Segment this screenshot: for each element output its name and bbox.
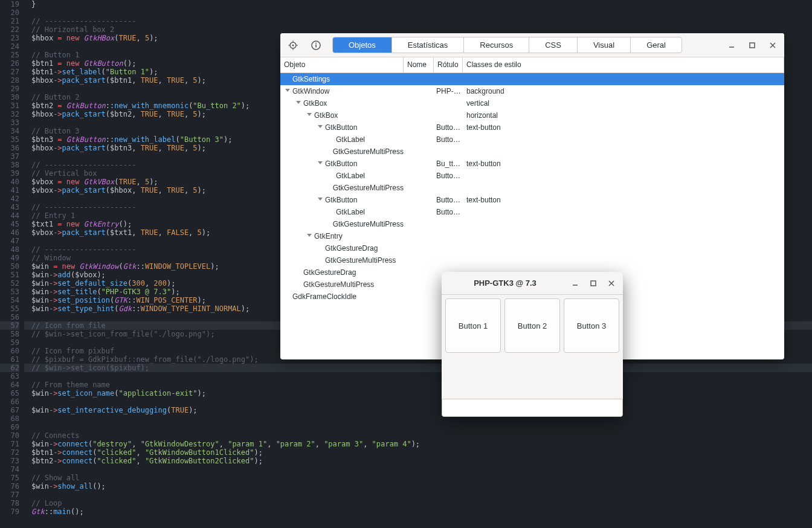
- tree-row[interactable]: GtkButtonButton 1text-button: [280, 121, 784, 134]
- inspector-tab-estatísticas[interactable]: Estatísticas: [392, 37, 464, 53]
- expander-icon[interactable]: [317, 160, 324, 167]
- svg-point-7: [315, 42, 317, 43]
- expander-icon[interactable]: [317, 196, 324, 204]
- close-icon[interactable]: [602, 275, 620, 292]
- maximize-icon[interactable]: [743, 37, 761, 54]
- inspector-columns: Objeto Nome Rótulo Classes de estilo: [280, 57, 784, 73]
- expander-icon: [327, 208, 335, 216]
- app-button-1[interactable]: Button 1: [445, 298, 501, 353]
- inspector-tab-geral[interactable]: Geral: [631, 37, 682, 53]
- column-nome[interactable]: Nome: [404, 57, 434, 72]
- info-icon[interactable]: [306, 37, 326, 54]
- tree-row[interactable]: GtkButtonButton 3text-button: [280, 194, 784, 206]
- expander-icon: [327, 221, 332, 228]
- minimize-icon[interactable]: [723, 37, 741, 54]
- tree-row[interactable]: GtkGestureMultiPress: [280, 254, 784, 266]
- expander-icon[interactable]: [306, 233, 313, 240]
- svg-rect-10: [750, 43, 755, 48]
- app-button-3[interactable]: Button 3: [564, 298, 619, 353]
- expander-icon[interactable]: [284, 88, 291, 95]
- inspector-header: ObjetosEstatísticasRecursosCSSVisualGera…: [280, 33, 784, 57]
- app-hbox: Button 1Button 2Button 3: [442, 295, 623, 356]
- close-icon[interactable]: [764, 37, 782, 54]
- tree-row[interactable]: GtkSettings: [280, 73, 784, 85]
- inspector-tab-objetos[interactable]: Objetos: [333, 37, 392, 53]
- expander-icon: [327, 184, 332, 192]
- app-title-label: PHP-GTK3 @ 7.3: [444, 278, 566, 288]
- expander-icon: [327, 148, 332, 155]
- expander-icon: [284, 76, 291, 83]
- column-classes[interactable]: Classes de estilo: [463, 57, 784, 72]
- expander-icon: [327, 136, 335, 143]
- app-body: Button 1Button 2Button 3: [442, 295, 623, 417]
- expander-icon[interactable]: [295, 100, 302, 107]
- inspector-tab-recursos[interactable]: Recursos: [464, 37, 529, 53]
- app-button-2[interactable]: Button 2: [504, 298, 560, 353]
- expander-icon: [295, 269, 302, 276]
- app-titlebar: PHP-GTK3 @ 7.3: [442, 272, 623, 295]
- expander-icon: [327, 172, 335, 179]
- app-entry[interactable]: [442, 399, 623, 417]
- expander-icon: [295, 281, 302, 288]
- tree-row[interactable]: GtkEntry: [280, 230, 784, 242]
- inspector-tab-switcher[interactable]: ObjetosEstatísticasRecursosCSSVisualGera…: [332, 37, 682, 53]
- tree-row[interactable]: GtkGestureDrag: [280, 242, 784, 254]
- svg-rect-8: [315, 44, 317, 47]
- tree-row[interactable]: GtkGestureMultiPress: [280, 218, 784, 230]
- tree-row[interactable]: GtkLabelButton 3: [280, 206, 784, 218]
- inspector-tab-visual[interactable]: Visual: [578, 37, 631, 53]
- expander-icon: [317, 257, 324, 264]
- minimize-icon[interactable]: [566, 275, 584, 292]
- column-objeto[interactable]: Objeto: [280, 57, 404, 72]
- expander-icon[interactable]: [306, 112, 313, 119]
- tree-row[interactable]: GtkLabelButton 2: [280, 170, 784, 182]
- tree-row[interactable]: GtkLabelButton 1: [280, 134, 784, 146]
- expander-icon[interactable]: [317, 124, 324, 131]
- svg-point-1: [292, 44, 294, 46]
- app-window[interactable]: PHP-GTK3 @ 7.3 Button 1Button 2Button 3: [442, 272, 623, 417]
- expander-icon: [284, 293, 291, 300]
- target-icon[interactable]: [283, 37, 303, 54]
- tree-row[interactable]: GtkGestureMultiPress: [280, 146, 784, 158]
- line-number-gutter: 1920212223242526272829303132333435363738…: [0, 0, 24, 528]
- maximize-icon[interactable]: [584, 275, 602, 292]
- inspector-tab-css[interactable]: CSS: [529, 37, 578, 53]
- column-rotulo[interactable]: Rótulo: [434, 57, 463, 72]
- tree-row[interactable]: GtkGestureMultiPress: [280, 182, 784, 194]
- tree-row[interactable]: GtkWindowPHP-GT...background: [280, 85, 784, 97]
- tree-row[interactable]: GtkBoxhorizontal: [280, 109, 784, 121]
- tree-row[interactable]: GtkBoxvertical: [280, 97, 784, 109]
- svg-rect-14: [591, 281, 596, 286]
- expander-icon: [317, 245, 324, 252]
- tree-row[interactable]: GtkButtonBu_tto...text-button: [280, 158, 784, 170]
